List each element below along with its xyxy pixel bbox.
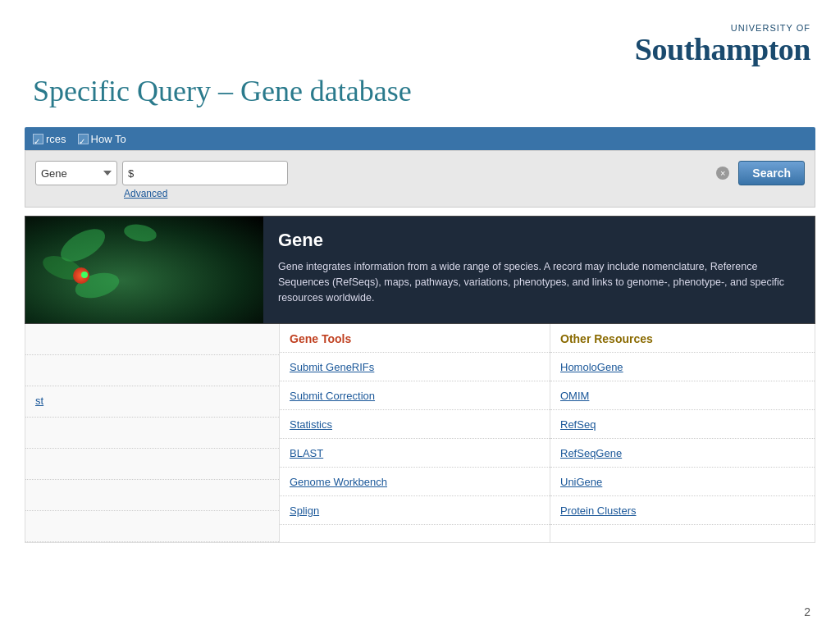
main-content: ✓ rces ✓ How To Gene PubMed Nucleotide P… bbox=[25, 127, 815, 605]
slide-number: 2 bbox=[804, 605, 810, 619]
refseqgene-link[interactable]: RefSeqGene bbox=[560, 447, 622, 459]
nav-item-howto[interactable]: ✓ How To bbox=[78, 133, 126, 145]
search-input[interactable] bbox=[122, 161, 288, 185]
search-input-wrapper: × bbox=[122, 161, 733, 185]
cell-decoration-4 bbox=[123, 222, 158, 244]
blast-link[interactable]: BLAST bbox=[290, 447, 323, 459]
refseq-link[interactable]: RefSeq bbox=[560, 418, 596, 431]
other-link-row-2: RefSeq bbox=[550, 410, 815, 439]
tool-link-row-2: Statistics bbox=[280, 410, 550, 439]
gene-banner-title: Gene bbox=[278, 230, 800, 251]
cell-green-dot bbox=[81, 272, 88, 278]
left-panel-row-4 bbox=[25, 418, 279, 449]
gene-banner-description: Gene integrates information from a wide … bbox=[278, 259, 800, 305]
howto-checkbox[interactable]: ✓ bbox=[78, 134, 89, 144]
gene-tools-header: Gene Tools bbox=[280, 324, 550, 353]
statistics-link[interactable]: Statistics bbox=[290, 418, 332, 431]
gene-banner-text-area: Gene Gene integrates information from a … bbox=[263, 217, 815, 323]
submit-correction-link[interactable]: Submit Correction bbox=[290, 390, 375, 402]
other-link-row-0: HomoloGene bbox=[550, 353, 815, 381]
other-link-row-5: Protein Clusters bbox=[550, 496, 815, 525]
microscope-image bbox=[25, 217, 263, 323]
search-bar-area: Gene PubMed Nucleotide Protein Genome × … bbox=[25, 150, 815, 208]
ncbi-nav-bar: ✓ rces ✓ How To bbox=[25, 127, 815, 150]
page-title: Specific Query – Gene database bbox=[33, 74, 412, 108]
resources-checkbox[interactable]: ✓ bbox=[33, 134, 43, 144]
gene-banner: Gene Gene integrates information from a … bbox=[25, 216, 815, 324]
splign-link[interactable]: Splign bbox=[290, 504, 319, 517]
left-panel-row-2 bbox=[25, 355, 279, 386]
left-panel-row-5 bbox=[25, 449, 279, 480]
left-panel: st bbox=[25, 324, 280, 542]
other-link-row-4: UniGene bbox=[550, 468, 815, 496]
left-panel-row-7 bbox=[25, 511, 279, 542]
gene-banner-image bbox=[25, 217, 263, 323]
tool-link-row-5: Splign bbox=[280, 496, 550, 525]
tools-resources-section: st Gene Tools Submit GeneRIFs Submit Cor… bbox=[25, 324, 815, 543]
database-select[interactable]: Gene PubMed Nucleotide Protein Genome bbox=[35, 161, 117, 185]
left-panel-row-1 bbox=[25, 324, 279, 355]
homologene-link[interactable]: HomoloGene bbox=[560, 361, 623, 373]
university-logo: UNIVERSITY OF Southampton bbox=[635, 23, 810, 67]
unigene-link[interactable]: UniGene bbox=[560, 476, 602, 488]
left-panel-link[interactable]: st bbox=[25, 386, 279, 415]
submit-generifs-link[interactable]: Submit GeneRIFs bbox=[290, 361, 374, 373]
advanced-link[interactable]: Advanced bbox=[124, 188, 167, 199]
tool-link-row-4: Genome Workbench bbox=[280, 468, 550, 496]
tool-link-row-0: Submit GeneRIFs bbox=[280, 353, 550, 381]
other-link-row-1: OMIM bbox=[550, 381, 815, 410]
nav-item-resources[interactable]: ✓ rces bbox=[33, 133, 66, 145]
nav-resources-label: rces bbox=[46, 133, 66, 145]
gene-tools-panel: Gene Tools Submit GeneRIFs Submit Correc… bbox=[280, 324, 550, 542]
left-panel-row-link: st bbox=[25, 386, 279, 418]
other-link-row-3: RefSeqGene bbox=[550, 439, 815, 468]
tool-link-row-1: Submit Correction bbox=[280, 381, 550, 410]
search-button[interactable]: Search bbox=[738, 161, 805, 185]
tool-link-row-3: BLAST bbox=[280, 439, 550, 468]
southampton-text: Southampton bbox=[635, 33, 810, 67]
nav-howto-label: How To bbox=[91, 133, 126, 145]
omim-link[interactable]: OMIM bbox=[560, 390, 589, 402]
protein-clusters-link[interactable]: Protein Clusters bbox=[560, 504, 636, 517]
left-panel-row-6 bbox=[25, 480, 279, 511]
other-resources-panel: Other Resources HomoloGene OMIM RefSeq R… bbox=[550, 324, 815, 542]
other-resources-header: Other Resources bbox=[550, 324, 815, 353]
genome-workbench-link[interactable]: Genome Workbench bbox=[290, 476, 387, 488]
search-row: Gene PubMed Nucleotide Protein Genome × … bbox=[35, 161, 805, 185]
clear-button[interactable]: × bbox=[716, 167, 729, 180]
